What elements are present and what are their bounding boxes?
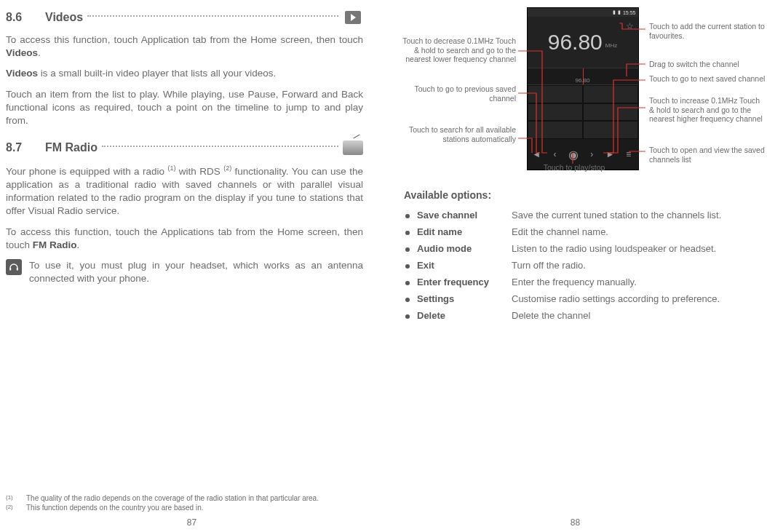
options-list: Save channelSave the current tuned stati… <box>404 210 761 321</box>
tuning-dial[interactable]: 96.80 <box>528 68 638 85</box>
bullet-icon <box>405 298 410 302</box>
option-row: Save channelSave the current tuned stati… <box>404 210 761 221</box>
footnotes: (1)The quality of the radio depends on t… <box>6 494 363 513</box>
page-right: ▮ ▮ 15:55 96.80 MHz ☆ 96.80 ◄ ‹ ◉ <box>384 0 767 532</box>
option-row: SettingsCustomise radio settings accordi… <box>404 293 761 304</box>
bullet-icon <box>405 214 410 218</box>
bullet-icon <box>405 247 410 252</box>
radio-icon <box>343 139 363 156</box>
play-stop-button[interactable]: ◉ <box>567 148 580 161</box>
clock: 15:55 <box>623 10 636 15</box>
page-number: 88 <box>384 517 767 528</box>
callout-decrease: Touch to decrease 0.1MHz Touch & hold to… <box>400 36 516 64</box>
preset-slot[interactable] <box>583 103 638 122</box>
favourite-star-icon[interactable]: ☆ <box>626 21 634 31</box>
callout-increase: Touch to increase 0.1MHz Touch & hold to… <box>649 96 766 124</box>
callout-search-all: Touch to search for all available statio… <box>400 125 516 143</box>
section-title: Videos <box>45 11 83 24</box>
prev-channel-button[interactable]: ◄ <box>530 148 543 161</box>
option-row: Edit nameEdit the channel name. <box>404 226 761 237</box>
page-left: 8.6 Videos To access this function, touc… <box>0 0 384 532</box>
preset-slot[interactable] <box>528 121 583 139</box>
svg-rect-0 <box>9 268 11 271</box>
section-8-7-head: 8.7 FM Radio <box>6 139 363 156</box>
battery-icon: ▮ <box>618 9 621 15</box>
paragraph: Your phone is equipped with a radio (1) … <box>6 164 363 218</box>
option-row: Enter frequencyEnter the frequency manua… <box>404 277 761 287</box>
note-text: To use it, you must plug in your headset… <box>29 259 363 285</box>
bullet-icon <box>405 264 410 269</box>
paragraph: To access this function, touch Applicati… <box>6 33 363 60</box>
bullet-icon <box>405 314 410 319</box>
callout-favourite: Touch to add the current station to favo… <box>649 22 766 40</box>
callout-next-saved: Touch to go to next saved channel <box>649 74 766 84</box>
section-8-6-head: 8.6 Videos <box>6 9 363 26</box>
section-title: FM Radio <box>45 141 98 154</box>
bullet-icon <box>405 231 410 235</box>
phone-mock: ▮ ▮ 15:55 96.80 MHz ☆ 96.80 ◄ ‹ ◉ <box>527 7 639 170</box>
dot-leader <box>102 146 338 147</box>
status-bar: ▮ ▮ 15:55 <box>528 8 638 17</box>
videos-icon <box>343 9 363 26</box>
paragraph: To access this function, touch the Appli… <box>6 226 363 252</box>
signal-icon: ▮ <box>613 9 616 15</box>
page-number: 87 <box>0 517 384 528</box>
section-number: 8.6 <box>6 11 28 24</box>
tune-up-button[interactable]: › <box>585 148 598 161</box>
callout-channel-list: Touch to open and view the saved channel… <box>649 146 766 164</box>
paragraph: Videos is a small built-in video player … <box>6 67 363 80</box>
frequency-value: 96.80 <box>548 30 603 55</box>
callout-drag-channel: Drag to switch the channel <box>649 60 766 69</box>
option-row: Audio modeListen to the radio using loud… <box>404 243 761 254</box>
next-channel-button[interactable]: ► <box>603 148 616 161</box>
preset-slot[interactable] <box>583 121 638 139</box>
paragraph: Touch an item from the list to play. Whi… <box>6 88 363 128</box>
channel-list-button[interactable]: ≡ <box>622 148 635 161</box>
fm-radio-diagram: ▮ ▮ 15:55 96.80 MHz ☆ 96.80 ◄ ‹ ◉ <box>404 7 761 175</box>
available-options-heading: Available options: <box>404 189 761 201</box>
preset-slot[interactable] <box>528 85 583 103</box>
preset-grid <box>528 85 638 139</box>
dot-leader <box>87 15 338 17</box>
frequency-display: 96.80 MHz ☆ <box>528 17 638 68</box>
note: To use it, you must plug in your headset… <box>6 259 363 285</box>
tune-down-button[interactable]: ‹ <box>548 148 561 161</box>
preset-slot[interactable] <box>583 85 638 103</box>
svg-rect-1 <box>17 268 18 271</box>
frequency-unit: MHz <box>605 42 617 49</box>
callout-prev-saved: Touch to go to previous saved channel <box>400 84 516 103</box>
callout-play-stop: Touch to play/stop <box>530 163 618 172</box>
bullet-icon <box>405 281 410 285</box>
preset-slot[interactable] <box>528 103 583 122</box>
headset-icon <box>6 259 22 275</box>
option-row: ExitTurn off the radio. <box>404 260 761 271</box>
option-row: DeleteDelete the channel <box>404 310 761 321</box>
section-number: 8.7 <box>6 141 28 154</box>
